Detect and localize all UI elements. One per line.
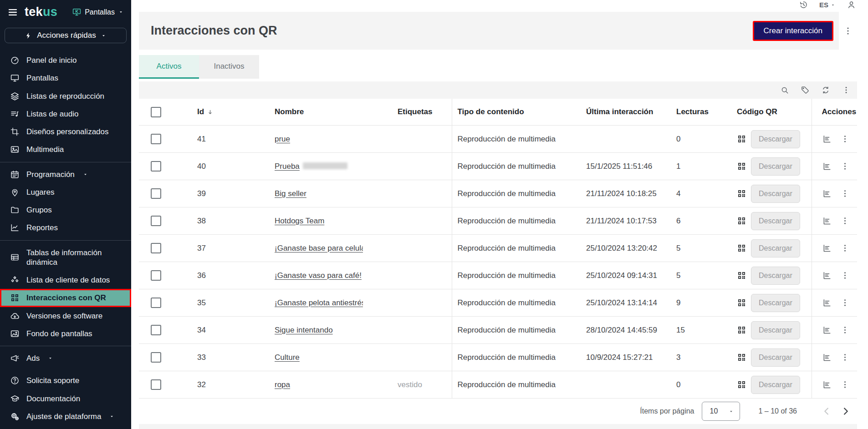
bar-chart-icon[interactable] [822,353,832,362]
download-button[interactable]: Descargar [751,239,800,257]
page-menu-button[interactable] [839,26,857,36]
sidebar-item-versiones-de-software[interactable]: Versiones de software [0,307,131,325]
sidebar-item-lugares[interactable]: Lugares [0,183,131,201]
download-button[interactable]: Descargar [751,185,800,203]
row-checkbox[interactable] [151,379,161,390]
sync-icon[interactable] [821,86,830,95]
screens-dropdown[interactable]: Pantallas [72,7,124,17]
qr-code-icon[interactable] [737,271,746,280]
download-button[interactable]: Descargar [751,348,800,367]
column-header-etiquetas[interactable]: Etiquetas [363,99,452,126]
sidebar-item-listas-de-reproducci-n[interactable]: Listas de reproducción [0,87,131,105]
row-name-link[interactable]: ropa [275,380,290,389]
kebab-icon[interactable] [840,243,850,253]
row-checkbox[interactable] [151,352,161,363]
row-checkbox[interactable] [151,134,161,144]
sidebar-item-grupos[interactable]: Grupos [0,201,131,219]
sidebar-item-listas-de-audio[interactable]: Listas de audio [0,105,131,123]
row-checkbox[interactable] [151,298,161,308]
tab-activos[interactable]: Activos [139,55,199,79]
download-button[interactable]: Descargar [751,376,800,394]
bar-chart-icon[interactable] [822,162,832,171]
search-icon[interactable] [780,86,789,95]
column-header-id[interactable]: Id [197,107,204,116]
qr-code-icon[interactable] [737,243,746,253]
row-checkbox[interactable] [151,243,161,253]
kebab-icon[interactable] [840,216,850,226]
sidebar-item-panel-de-inicio[interactable]: Panel de inicio [0,51,131,69]
sidebar-item-reportes[interactable]: Reportes [0,219,131,237]
kebab-icon[interactable] [840,353,850,362]
sidebar-item-ads[interactable]: Ads [0,349,131,367]
sidebar-item-lista-de-cliente-de-datos[interactable]: Lista de cliente de datos [0,271,131,289]
sort-desc-icon[interactable] [207,109,214,116]
row-name-link[interactable]: Hotdogs Team [275,217,324,225]
qr-code-icon[interactable] [737,216,746,226]
row-name-link[interactable]: ¡Ganaste pelota antiestrés! [275,298,363,307]
kebab-icon[interactable] [840,380,850,389]
row-checkbox[interactable] [151,161,161,172]
row-checkbox[interactable] [151,325,161,335]
sidebar-item-programaci-n[interactable]: Programación [0,166,131,183]
sidebar-item-fondo-de-pantallas[interactable]: Fondo de pantallas [0,325,131,343]
row-checkbox[interactable] [151,188,161,199]
row-checkbox[interactable] [151,216,161,226]
column-header-nombre[interactable]: Nombre [245,99,363,126]
row-name-link[interactable]: ¡Ganaste base para celular! [275,244,363,252]
kebab-icon[interactable] [840,189,850,198]
download-button[interactable]: Descargar [751,157,800,176]
kebab-icon[interactable] [840,134,850,144]
row-name-link[interactable]: Culture [275,353,300,362]
language-selector[interactable]: ES [819,1,836,9]
tab-inactivos[interactable]: Inactivos [199,55,259,79]
create-interaction-button[interactable]: Crear interacción [753,21,833,41]
column-header-lecturas[interactable]: Lecturas [666,99,724,126]
sidebar-item-documentaci-n[interactable]: Documentación [0,390,131,408]
qr-code-icon[interactable] [737,298,746,308]
column-header-qr[interactable]: Código QR [724,99,812,126]
page-size-select[interactable]: 10 [702,402,740,421]
history-icon[interactable] [799,0,808,10]
sidebar-item-interacciones-con-qr[interactable]: Interacciones con QR [0,289,131,307]
previous-page-button[interactable] [821,405,832,417]
sidebar-item-tablas-de-informaci-n-din-mica[interactable]: Tablas de información dinámica [0,244,131,272]
sidebar-item-pantallas[interactable]: Pantallas [0,69,131,87]
qr-code-icon[interactable] [737,353,746,362]
row-name-link[interactable]: prue [275,135,290,143]
kebab-icon[interactable] [842,86,851,95]
bar-chart-icon[interactable] [822,189,832,198]
qr-code-icon[interactable] [737,189,746,198]
bar-chart-icon[interactable] [822,271,832,280]
select-all-checkbox[interactable] [151,107,161,117]
qr-code-icon[interactable] [737,380,746,389]
sidebar-item-dise-os-personalizados[interactable]: Diseños personalizados [0,123,131,141]
bar-chart-icon[interactable] [822,216,832,226]
qr-code-icon[interactable] [737,325,746,335]
kebab-icon[interactable] [840,162,850,171]
bar-chart-icon[interactable] [822,134,832,144]
row-name-link[interactable]: Big seller [275,189,306,198]
next-page-button[interactable] [840,405,852,417]
kebab-icon[interactable] [840,325,850,335]
sidebar-item-multimedia[interactable]: Multimedia [0,141,131,158]
qr-code-icon[interactable] [737,162,746,171]
sidebar-item-ajustes-de-plataforma[interactable]: Ajustes de plataforma [0,408,131,425]
download-button[interactable]: Descargar [751,321,800,339]
column-header-ultima[interactable]: Última interacción [577,99,666,126]
menu-icon[interactable] [7,7,18,18]
qr-code-icon[interactable] [737,134,746,144]
column-header-tipo[interactable]: Tipo de contenido [452,99,577,126]
row-name-link[interactable]: ¡Ganaste vaso para café! [275,271,362,280]
bar-chart-icon[interactable] [822,380,832,389]
download-button[interactable]: Descargar [751,294,800,312]
bar-chart-icon[interactable] [822,298,832,308]
sidebar-item-solicita-soporte[interactable]: Solicita soporte [0,372,131,389]
quick-actions-button[interactable]: Acciones rápidas [5,28,127,43]
row-name-link[interactable]: Prueba [275,162,347,171]
download-button[interactable]: Descargar [751,212,800,230]
bar-chart-icon[interactable] [822,243,832,253]
row-checkbox[interactable] [151,270,161,281]
tag-icon[interactable] [801,86,810,95]
download-button[interactable]: Descargar [751,130,800,148]
person-icon[interactable] [847,0,856,10]
